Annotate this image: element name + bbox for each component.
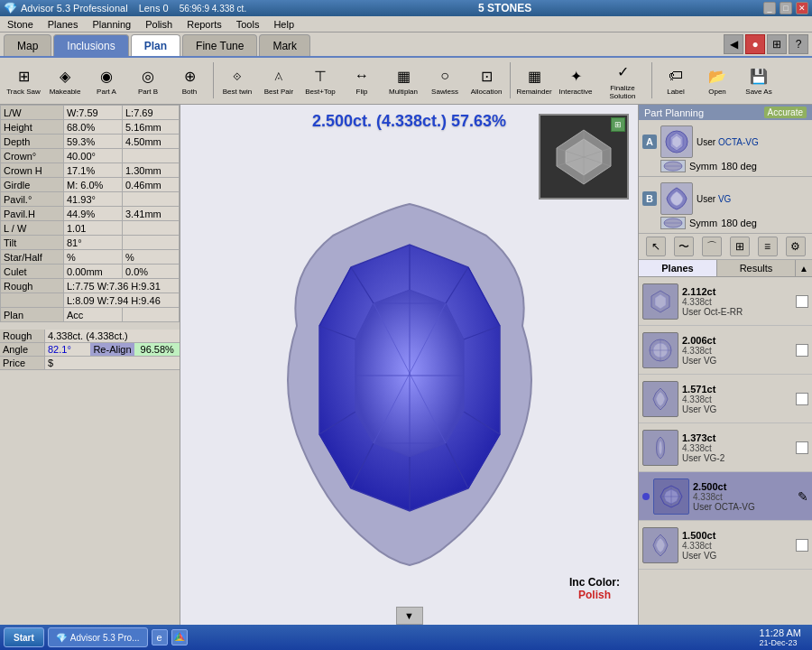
toolbar-both[interactable]: ⊕ Both	[170, 60, 209, 101]
thumbnail-box: ⊞	[539, 114, 629, 200]
toolbar-best-pair[interactable]: ⟑ Best Pair	[259, 60, 299, 101]
stone-row-3[interactable]: 1.571ct 4.338ct User VG	[639, 375, 812, 423]
rough-section: Rough 4.338ct. (4.338ct.) Angle 82.1° Re…	[0, 330, 180, 370]
toolbar-open[interactable]: 📂 Open	[697, 60, 737, 101]
multiplan-icon: ▦	[392, 65, 414, 87]
rt-list-btn[interactable]: ≡	[758, 237, 778, 256]
close-button[interactable]: ✕	[796, 2, 808, 14]
stone-details-1: 2.112ct 4.338ct User Oct-E-RR	[682, 286, 792, 317]
part-b-symm-icon	[660, 217, 686, 229]
stone-row-1[interactable]: 2.112ct 4.338ct User Oct-E-RR	[639, 277, 812, 326]
stone-check-6[interactable]	[796, 539, 808, 552]
prop-tilt: Tilt 81°	[1, 236, 180, 250]
toolbar-save-as[interactable]: 💾 Save As	[739, 60, 779, 101]
menu-help[interactable]: Help	[270, 18, 298, 31]
prop-plan: Plan Acc	[1, 308, 180, 322]
prop-depth: Depth 59.3% 4.50mm	[1, 135, 180, 149]
stone-gem-1	[642, 283, 678, 320]
right-panel: Part Planning Accurate A User OCTA-VG	[638, 105, 812, 628]
rt-grid-btn[interactable]: ⊞	[730, 237, 750, 256]
toolbar-interactive[interactable]: ✦ Interactive	[556, 60, 595, 101]
nav-left-btn[interactable]: ◀	[724, 34, 743, 54]
realign-pct: 96.58%	[134, 343, 180, 356]
remainder-icon: ▦	[523, 65, 545, 87]
stone-check-1[interactable]	[796, 295, 808, 308]
toolbar-finalize[interactable]: ✓ Finalize Solution	[597, 60, 648, 101]
prop-culet: Culet 0.00mm 0.0%	[1, 265, 180, 279]
stone-gem-4	[642, 430, 678, 466]
rt-settings-btn[interactable]: ⚙	[786, 237, 806, 256]
prop-rough-2: L:8.09 W:7.94 H:9.46	[1, 293, 180, 308]
rough-row: Rough 4.338ct. (4.338ct.)	[0, 330, 180, 343]
menu-tools[interactable]: Tools	[233, 18, 263, 31]
nav-grid-btn[interactable]: ⊞	[767, 34, 787, 54]
nav-stop-btn[interactable]: ●	[745, 34, 765, 54]
app-title: Advisor 5.3 Professional	[21, 3, 128, 14]
coords-label: 56:96:9 4.338 ct.	[180, 4, 247, 14]
track-saw-icon: ⊞	[13, 65, 34, 87]
rt-cursor-btn[interactable]: ↖	[646, 237, 666, 256]
nav-help-btn[interactable]: ?	[789, 34, 808, 54]
maximize-button[interactable]: □	[780, 2, 792, 14]
toolbar-part-a[interactable]: ◉ Part A	[87, 60, 126, 101]
toolbar-makeable[interactable]: ◈ Makeable	[45, 60, 85, 101]
part-b-symm-label: Symm	[689, 218, 717, 228]
toolbar-best-top[interactable]: ⊤ Best+Top	[300, 60, 340, 101]
flip-icon: ↔	[351, 65, 373, 87]
menu-planes[interactable]: Planes	[44, 18, 82, 31]
tab-results[interactable]: Results	[717, 260, 796, 276]
menu-stone[interactable]: Stone	[4, 18, 37, 31]
rt-arch-btn[interactable]: ⌒	[702, 237, 722, 256]
taskbar-ie-icon[interactable]: e	[152, 629, 168, 645]
stone-list: 2.112ct 4.338ct User Oct-E-RR	[639, 277, 812, 628]
rt-wave-btn[interactable]: 〜	[674, 237, 694, 256]
toolbar-flip[interactable]: ↔ Flip	[342, 60, 382, 101]
stone-check-4[interactable]	[796, 441, 808, 454]
toolbar-label[interactable]: 🏷 Label	[656, 60, 696, 101]
stone-row-2[interactable]: 2.006ct 4.338ct User VG	[639, 326, 812, 375]
tab-mark[interactable]: Mark	[259, 34, 310, 56]
stone-details-6: 1.500ct 4.338ct User VG	[682, 530, 792, 561]
tab-map[interactable]: Map	[4, 34, 51, 56]
app-icon: 💎	[4, 2, 17, 14]
menu-polish[interactable]: Polish	[142, 18, 176, 31]
taskbar-advisor-btn[interactable]: 💎 Advisor 5.3 Pro...	[48, 627, 148, 647]
toolbar-remainder[interactable]: ▦ Remainder	[514, 60, 554, 101]
accurate-badge: Accurate	[764, 107, 807, 118]
angle-label: Angle	[0, 343, 45, 356]
stone-check-2[interactable]	[796, 344, 808, 357]
price-row: Price $	[0, 357, 180, 370]
toolbar-multiplan[interactable]: ▦ Multiplan	[383, 60, 423, 101]
stone-row-6[interactable]: 1.500ct 4.338ct User VG	[639, 521, 812, 570]
start-button[interactable]: Start	[4, 627, 44, 647]
toolbar-track-saw[interactable]: ⊞ Track Saw	[4, 60, 43, 101]
minimize-button[interactable]: _	[763, 2, 776, 14]
menu-reports[interactable]: Reports	[183, 18, 226, 31]
thumbnail-expand-btn[interactable]: ⊞	[611, 117, 625, 132]
price-label: Price	[0, 357, 45, 369]
tab-inclusions[interactable]: Inclusions	[53, 34, 128, 56]
planes-collapse-btn[interactable]: ▲	[796, 260, 812, 276]
stone-check-3[interactable]	[796, 393, 808, 405]
prop-crown-deg: Crown° 40.00°	[1, 149, 180, 163]
tab-plan[interactable]: Plan	[131, 34, 180, 56]
stone-edit-icon[interactable]: ✎	[798, 489, 808, 504]
part-a-symm-label: Symm	[689, 161, 717, 172]
toolbar-part-b[interactable]: ◎ Part B	[128, 60, 168, 101]
taskbar-date-value: 21-Dec-23	[760, 638, 801, 647]
tab-planes[interactable]: Planes	[639, 260, 717, 276]
part-a-row: A User OCTA-VG	[642, 125, 808, 158]
realign-button[interactable]: Re-Align	[90, 343, 135, 356]
scroll-down-btn[interactable]: ▼	[396, 607, 423, 625]
taskbar-chrome-icon[interactable]	[171, 629, 188, 645]
prop-l-w-ratio: L / W 1.01	[1, 221, 180, 236]
stone-row-4[interactable]: 1.373ct 4.338ct User VG-2	[639, 423, 812, 472]
part-a-info: User OCTA-VG	[697, 137, 808, 147]
menu-planning[interactable]: Planning	[88, 18, 134, 31]
stone-gem-3	[642, 381, 678, 417]
tab-fine-tune[interactable]: Fine Tune	[182, 34, 257, 56]
toolbar-allocation[interactable]: ⊡ Allocation	[466, 60, 506, 101]
toolbar-best-twin[interactable]: ⟐ Best twin	[217, 60, 257, 101]
stone-row-5[interactable]: 2.500ct 4.338ct User OCTA-VG ✎	[639, 472, 812, 521]
toolbar-sawless[interactable]: ○ Sawless	[425, 60, 465, 101]
